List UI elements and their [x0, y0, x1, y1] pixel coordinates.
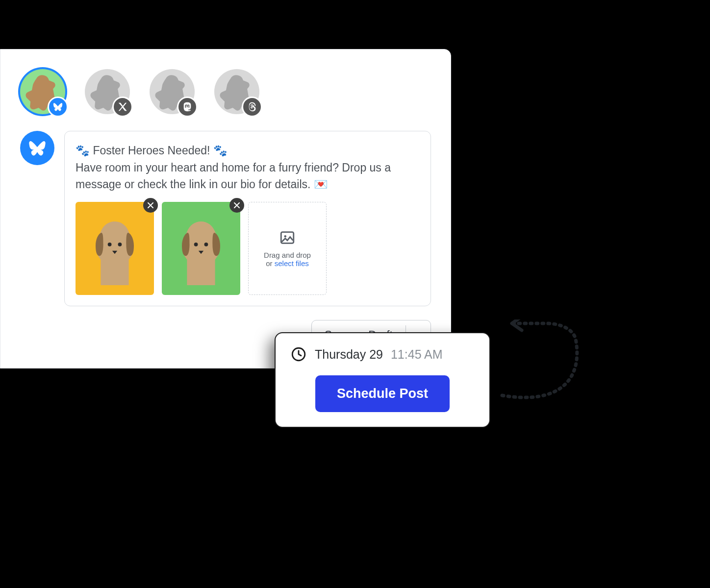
decorative-arrow-icon: [492, 319, 585, 403]
attachment-image: [162, 202, 240, 295]
post-composer[interactable]: 🐾 Foster Heroes Needed! 🐾 Have room in y…: [64, 131, 431, 306]
dropzone-text: Drag and drop or select files: [264, 251, 311, 268]
attachment-image: [76, 202, 154, 295]
remove-attachment-icon[interactable]: [143, 198, 158, 213]
remove-attachment-icon[interactable]: [229, 198, 244, 213]
post-text[interactable]: 🐾 Foster Heroes Needed! 🐾 Have room in y…: [76, 142, 420, 193]
active-network-bluesky-icon: [20, 131, 54, 165]
composer-row: 🐾 Foster Heroes Needed! 🐾 Have room in y…: [20, 131, 431, 306]
schedule-popover: Thursday 29 11:45 AM Schedule Post: [275, 332, 490, 428]
schedule-date: Thursday 29: [315, 347, 383, 362]
mastodon-icon: [177, 97, 198, 117]
account-x[interactable]: [85, 69, 130, 114]
attachment-2[interactable]: [162, 202, 240, 295]
clock-icon: [290, 346, 307, 363]
bluesky-icon: [48, 97, 68, 117]
attachments-row: Drag and drop or select files: [76, 202, 420, 295]
schedule-post-button[interactable]: Schedule Post: [315, 375, 450, 412]
account-bluesky[interactable]: [20, 69, 65, 114]
schedule-datetime[interactable]: Thursday 29 11:45 AM: [290, 346, 475, 363]
attachment-1[interactable]: [76, 202, 154, 295]
x-icon: [112, 97, 133, 117]
composer-card: 🐾 Foster Heroes Needed! 🐾 Have room in y…: [0, 49, 451, 368]
upload-dropzone[interactable]: Drag and drop or select files: [248, 202, 327, 295]
image-icon: [279, 229, 296, 246]
threads-icon: [242, 97, 262, 117]
account-selector-row: [20, 69, 431, 114]
account-threads[interactable]: [214, 69, 259, 114]
schedule-time: 11:45 AM: [391, 347, 443, 362]
select-files-link[interactable]: select files: [275, 259, 309, 268]
account-mastodon[interactable]: [150, 69, 195, 114]
